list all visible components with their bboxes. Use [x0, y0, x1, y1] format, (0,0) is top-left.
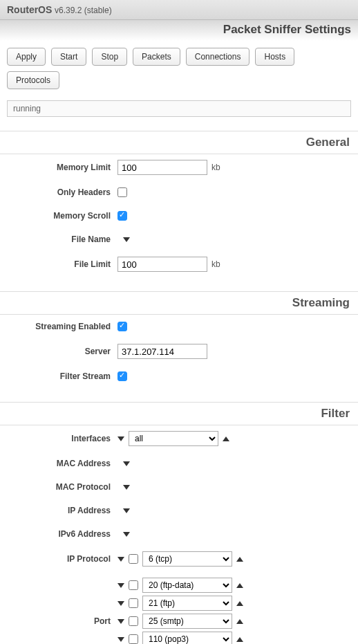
ip-protocol-invert-checkbox[interactable] [129, 554, 138, 564]
label-mac-protocol: MAC Protocol [7, 482, 117, 492]
label-ipv6-address: IPv6 Address [7, 529, 117, 539]
label-file-limit: File Limit [7, 259, 117, 269]
port-remove-icon-2[interactable] [117, 619, 124, 624]
label-memory-limit: Memory Limit [7, 163, 117, 172]
app-header: RouterOS v6.39.2 (stable) [0, 0, 358, 20]
row-memory-scroll: Memory Scroll [0, 204, 358, 228]
port-line-1: 21 (ftp) [117, 596, 243, 611]
port-invert-checkbox-0[interactable] [129, 580, 138, 590]
port-add-icon-0[interactable] [236, 583, 243, 588]
row-filter-stream: Filter Stream [0, 365, 358, 388]
label-memory-scroll: Memory Scroll [7, 211, 117, 221]
row-ipv6-address: IPv6 Address [0, 522, 358, 546]
label-port: Port [7, 616, 117, 626]
port-invert-checkbox-1[interactable] [129, 598, 138, 608]
product-name: RouterOS [7, 4, 52, 15]
row-ip-address: IP Address [0, 499, 358, 522]
toolbar: Apply Start Stop Packets Connections Hos… [0, 41, 358, 96]
port-add-icon-3[interactable] [236, 637, 243, 642]
status-box: running [7, 100, 351, 117]
row-only-headers: Only Headers [0, 181, 358, 204]
section-streaming: Streaming [0, 291, 358, 315]
unit-kb-2: kb [211, 259, 220, 269]
version-text: v6.39.2 (stable) [55, 6, 112, 15]
label-server: Server [7, 347, 117, 356]
port-remove-icon-3[interactable] [117, 637, 124, 642]
label-file-name: File Name [7, 234, 117, 244]
section-filter: Filter [0, 402, 358, 425]
port-select-0[interactable]: 20 (ftp-data) [142, 578, 232, 593]
label-ip-address: IP Address [7, 506, 117, 515]
stop-button[interactable]: Stop [92, 48, 127, 66]
file-limit-input[interactable] [117, 257, 207, 272]
row-ip-protocol: IP Protocol 6 (tcp) [0, 546, 358, 572]
port-remove-icon-1[interactable] [117, 601, 124, 606]
expand-mac-protocol-icon[interactable] [123, 485, 130, 490]
interfaces-add-icon[interactable] [223, 436, 229, 441]
port-add-icon-1[interactable] [236, 601, 243, 606]
row-server: Server [0, 338, 358, 365]
port-select-2[interactable]: 25 (smtp) [142, 614, 232, 629]
port-line-2: 25 (smtp) [117, 614, 243, 629]
port-invert-checkbox-3[interactable] [129, 634, 138, 644]
interfaces-remove-icon[interactable] [117, 436, 124, 441]
hosts-button[interactable]: Hosts [255, 48, 294, 66]
row-file-name: File Name [0, 228, 358, 251]
connections-button[interactable]: Connections [186, 48, 250, 66]
label-mac-address: MAC Address [7, 459, 117, 468]
port-line-0: 20 (ftp-data) [117, 578, 243, 593]
label-streaming-enabled: Streaming Enabled [7, 322, 117, 331]
row-interfaces: Interfaces all [0, 425, 358, 452]
only-headers-checkbox[interactable] [117, 187, 127, 197]
unit-kb: kb [211, 163, 220, 172]
port-select-1[interactable]: 21 (ftp) [142, 596, 232, 611]
row-mac-address: MAC Address [0, 452, 358, 475]
protocols-button[interactable]: Protocols [7, 71, 59, 89]
row-streaming-enabled: Streaming Enabled [0, 315, 358, 338]
label-interfaces: Interfaces [7, 434, 117, 443]
expand-ipv6-address-icon[interactable] [123, 532, 130, 537]
row-file-limit: File Limit kb [0, 251, 358, 277]
port-invert-checkbox-2[interactable] [129, 616, 138, 626]
interfaces-select[interactable]: all [129, 431, 218, 446]
label-filter-stream: Filter Stream [7, 371, 117, 381]
apply-button[interactable]: Apply [7, 48, 46, 66]
ip-protocol-select[interactable]: 6 (tcp) [142, 551, 232, 567]
expand-ip-address-icon[interactable] [123, 508, 130, 513]
label-ip-protocol: IP Protocol [7, 554, 117, 564]
row-memory-limit: Memory Limit kb [0, 154, 358, 181]
port-add-icon-2[interactable] [236, 619, 243, 624]
server-input[interactable] [117, 344, 207, 359]
page-title: Packet Sniffer Settings [0, 20, 358, 41]
memory-limit-input[interactable] [117, 160, 207, 175]
memory-scroll-checkbox[interactable] [117, 211, 127, 221]
section-general: General [0, 131, 358, 154]
row-mac-protocol: MAC Protocol [0, 475, 358, 499]
packets-button[interactable]: Packets [133, 48, 180, 66]
start-button[interactable]: Start [51, 48, 86, 66]
expand-file-name-icon[interactable] [123, 237, 130, 242]
filter-stream-checkbox[interactable] [117, 371, 127, 381]
port-select-3[interactable]: 110 (pop3) [142, 632, 232, 644]
port-line-3: 110 (pop3) [117, 632, 243, 644]
expand-mac-address-icon[interactable] [123, 461, 130, 466]
ip-protocol-remove-icon[interactable] [117, 557, 124, 562]
streaming-enabled-checkbox[interactable] [117, 322, 127, 331]
label-only-headers: Only Headers [7, 187, 117, 197]
row-port: Port 20 (ftp-data) 21 (ftp) 25 (smtp) 11… [0, 572, 358, 644]
ip-protocol-add-icon[interactable] [236, 557, 243, 562]
port-remove-icon-0[interactable] [117, 583, 124, 588]
